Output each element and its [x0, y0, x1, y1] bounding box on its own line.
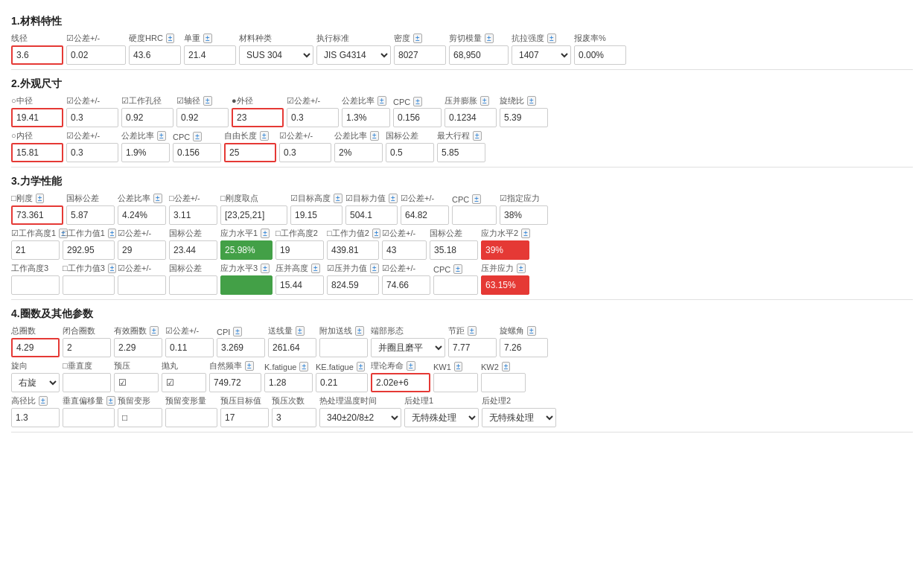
field-icon[interactable]: ±	[473, 131, 482, 141]
field-input[interactable]	[63, 408, 115, 427]
field-input[interactable]	[287, 108, 339, 127]
field-input[interactable]	[500, 205, 548, 225]
field-input[interactable]	[11, 45, 63, 65]
field-icon[interactable]: ±	[299, 362, 308, 371]
field-input[interactable]	[209, 373, 261, 392]
field-icon[interactable]: ±	[245, 361, 254, 371]
field-input[interactable]	[169, 275, 217, 295]
field-input[interactable]	[264, 373, 313, 392]
field-input[interactable]	[129, 45, 181, 65]
field-input[interactable]	[176, 108, 229, 127]
field-icon[interactable]: ±	[166, 33, 175, 43]
field-icon[interactable]: ±	[355, 326, 364, 336]
field-icon[interactable]: ±	[370, 264, 379, 273]
field-input[interactable]	[316, 373, 368, 392]
field-icon[interactable]: ±	[480, 96, 489, 106]
field-input[interactable]	[500, 108, 548, 127]
field-input[interactable]	[114, 338, 162, 357]
field-select[interactable]: 无特殊处理发黑镀锌	[404, 408, 479, 427]
field-input[interactable]	[574, 45, 626, 65]
field-input[interactable]	[66, 143, 118, 162]
field-input[interactable]	[11, 143, 63, 162]
field-icon[interactable]: ±	[150, 326, 159, 336]
field-input[interactable]	[220, 275, 273, 295]
field-input[interactable]	[452, 205, 497, 225]
field-input[interactable]	[394, 45, 446, 65]
field-input[interactable]	[217, 338, 265, 357]
field-input[interactable]	[63, 240, 115, 260]
field-icon[interactable]: ±	[454, 362, 463, 371]
field-icon[interactable]: ±	[36, 194, 45, 203]
field-input[interactable]	[114, 373, 159, 392]
field-input[interactable]	[268, 338, 316, 357]
field-input[interactable]	[162, 373, 206, 392]
field-input[interactable]	[11, 240, 60, 260]
field-input[interactable]	[121, 108, 173, 127]
field-select[interactable]: 140713501450	[512, 45, 571, 65]
field-input[interactable]	[121, 143, 170, 162]
field-input[interactable]	[184, 45, 236, 65]
field-input[interactable]	[63, 275, 115, 295]
field-input[interactable]	[118, 408, 162, 427]
field-input[interactable]	[437, 143, 485, 162]
field-input[interactable]	[445, 108, 497, 127]
field-icon[interactable]: ±	[153, 194, 162, 203]
field-input[interactable]	[345, 205, 398, 225]
field-input[interactable]	[393, 108, 442, 127]
field-select[interactable]: JIS G4314GB/T 4357ISO 6931	[316, 45, 391, 65]
field-icon[interactable]: ±	[527, 96, 536, 106]
field-input[interactable]	[63, 338, 111, 357]
field-input[interactable]	[386, 143, 434, 162]
field-input[interactable]	[11, 275, 60, 295]
field-input[interactable]	[275, 240, 324, 260]
field-input[interactable]	[290, 205, 342, 225]
field-input[interactable]	[481, 373, 526, 392]
field-icon[interactable]: ±	[372, 229, 381, 238]
field-input[interactable]	[382, 275, 430, 295]
field-icon[interactable]: ±	[311, 264, 320, 273]
field-input[interactable]	[118, 275, 166, 295]
field-input[interactable]	[165, 338, 214, 357]
field-input[interactable]	[279, 143, 331, 162]
field-input[interactable]	[327, 275, 379, 295]
field-icon[interactable]: ±	[485, 33, 494, 43]
field-icon[interactable]: ±	[261, 229, 270, 238]
field-icon[interactable]: ±	[260, 131, 269, 141]
field-input[interactable]	[165, 408, 217, 427]
field-input[interactable]	[275, 275, 324, 295]
field-icon[interactable]: ±	[521, 229, 530, 238]
field-icon[interactable]: ±	[296, 326, 305, 336]
field-input[interactable]	[220, 240, 273, 260]
field-input[interactable]	[232, 108, 284, 127]
field-input[interactable]	[401, 205, 449, 225]
field-input[interactable]	[371, 373, 430, 392]
field-input[interactable]	[272, 408, 316, 427]
field-input[interactable]	[327, 240, 379, 260]
field-icon[interactable]: ±	[370, 131, 379, 141]
field-icon[interactable]: ±	[108, 229, 117, 238]
field-select[interactable]: SUS 304SUS 316Piano Wire	[239, 45, 313, 65]
field-icon[interactable]: ±	[472, 194, 481, 204]
field-input[interactable]	[11, 408, 60, 427]
field-icon[interactable]: ±	[517, 264, 526, 273]
field-input[interactable]	[224, 143, 276, 162]
field-input[interactable]	[220, 205, 287, 225]
field-icon[interactable]: ±	[193, 132, 202, 141]
field-input[interactable]	[342, 108, 390, 127]
field-input[interactable]	[430, 240, 478, 260]
field-icon[interactable]: ±	[334, 194, 342, 203]
field-icon[interactable]: ±	[413, 33, 422, 43]
field-input[interactable]	[382, 240, 427, 260]
field-icon[interactable]: ±	[108, 264, 117, 273]
field-input[interactable]	[66, 205, 115, 225]
field-input[interactable]	[481, 275, 529, 295]
field-icon[interactable]: ±	[407, 361, 415, 371]
field-icon[interactable]: ±	[468, 326, 477, 336]
field-input[interactable]	[220, 408, 269, 427]
field-select[interactable]: 340±20/8±2320±20/8±2	[319, 408, 401, 427]
field-input[interactable]	[173, 143, 221, 162]
field-icon[interactable]: ±	[233, 327, 242, 336]
field-icon[interactable]: ±	[157, 131, 166, 141]
field-input[interactable]	[11, 205, 63, 225]
field-icon[interactable]: ±	[527, 326, 536, 336]
